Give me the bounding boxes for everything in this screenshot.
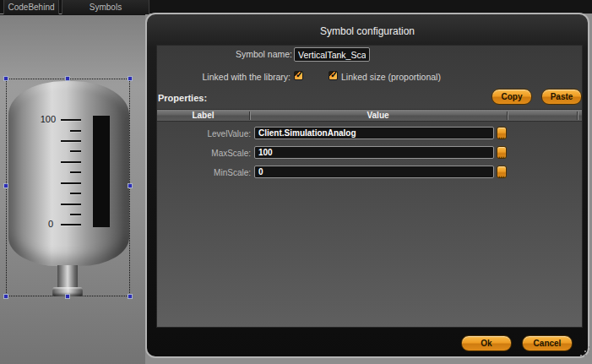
tank-outlet-pipe	[57, 265, 78, 288]
selection-handle-bottom-left[interactable]	[3, 294, 8, 299]
selection-handle-middle-right[interactable]	[128, 183, 133, 188]
ellipsis-button[interactable]	[497, 127, 507, 139]
property-row-label: LevelValue:	[157, 129, 251, 139]
linked-size-label: Linked size (proportional)	[341, 72, 441, 82]
selection-handle-middle-left[interactable]	[3, 183, 8, 188]
scale-min-label: 0	[25, 219, 53, 229]
ellipsis-button[interactable]	[497, 146, 507, 159]
linked-library-label: Linked with the library:	[157, 72, 291, 82]
selection-handle-bottom-right[interactable]	[128, 294, 133, 299]
scale-tick	[70, 171, 81, 173]
ellipsis-button[interactable]	[497, 166, 507, 178]
property-row-value-input[interactable]	[254, 127, 494, 139]
selection-handle-bottom-middle[interactable]	[65, 294, 70, 299]
scale-tick	[70, 130, 81, 132]
symbol-name-input[interactable]	[294, 47, 370, 62]
linked-size-checkbox[interactable]	[329, 71, 338, 80]
scale-tick	[70, 214, 81, 215]
column-separator	[249, 111, 250, 120]
cancel-button[interactable]: Cancel	[522, 335, 573, 351]
property-row-label: MinScale:	[157, 168, 251, 177]
column-header-label: Label	[157, 111, 249, 120]
symbol-configuration-dialog: Symbol configuration Symbol name: Linked…	[145, 13, 589, 358]
design-canvas[interactable]: 100 0	[0, 15, 145, 364]
scale-tick	[61, 119, 81, 121]
property-row-label: MaxScale:	[157, 149, 251, 158]
column-separator	[577, 111, 578, 120]
ok-button[interactable]: Ok	[461, 335, 512, 351]
scale-tick	[70, 193, 81, 194]
selection-handle-top-middle[interactable]	[65, 76, 70, 81]
tank-level-bar	[93, 116, 110, 227]
properties-label: Properties:	[158, 93, 207, 103]
properties-table-header: Label Value	[157, 109, 582, 122]
tab-symbols[interactable]: Symbols	[62, 0, 149, 14]
resize-grip[interactable]	[579, 345, 592, 358]
property-row-value-input[interactable]	[254, 166, 494, 178]
scale-tick	[61, 161, 81, 163]
paste-button[interactable]: Paste	[541, 89, 582, 105]
symbol-name-label: Symbol name:	[157, 49, 292, 59]
symbol-editor-screen: CodeBehind Symbols 100 0 Symbol configur…	[0, 0, 592, 364]
property-row-value-input[interactable]	[254, 146, 494, 159]
linked-library-checkbox[interactable]	[294, 71, 303, 80]
column-header-value: Value	[249, 111, 507, 120]
vertical-tank-symbol[interactable]	[8, 81, 129, 266]
column-separator	[507, 111, 508, 120]
scale-max-label: 100	[25, 114, 56, 124]
scale-tick	[61, 182, 81, 184]
scale-tick	[61, 140, 81, 142]
scale-tick	[70, 150, 81, 152]
tab-codebehind[interactable]: CodeBehind	[3, 0, 59, 14]
selection-handle-top-right[interactable]	[128, 76, 133, 81]
dialog-content-panel: Symbol name: Linked with the library: Li…	[156, 45, 583, 328]
selection-handle-top-left[interactable]	[3, 76, 8, 81]
dialog-title: Symbol configuration	[147, 25, 588, 37]
scale-tick	[61, 204, 81, 205]
copy-button[interactable]: Copy	[492, 89, 532, 105]
scale-tick	[61, 224, 81, 225]
